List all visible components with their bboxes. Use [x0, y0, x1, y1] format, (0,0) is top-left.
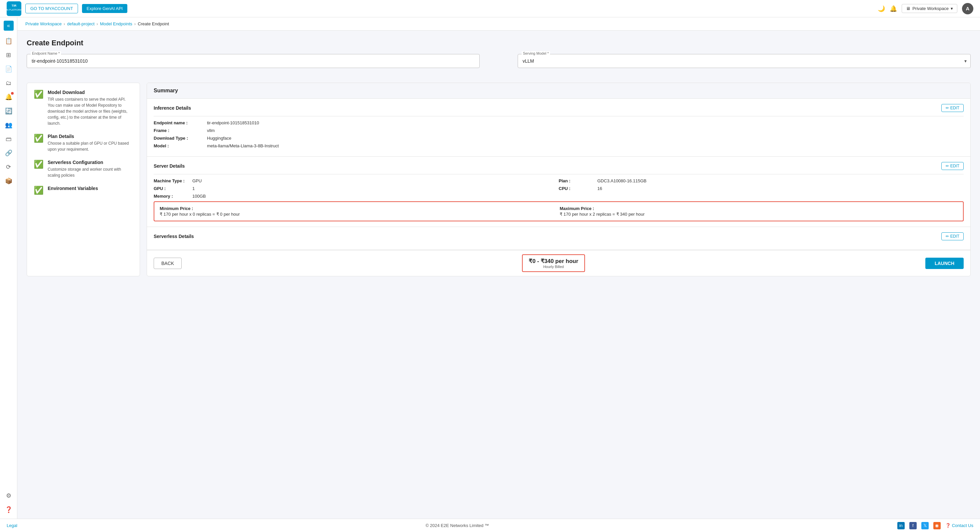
- sidebar-item-files[interactable]: 📄: [2, 63, 15, 75]
- inference-row-4: Model : meta-llama/Meta-Llama-3-8B-Instr…: [154, 143, 964, 148]
- step-check-icon-1: ✅: [33, 90, 44, 99]
- workspace-label: Private Workspace: [912, 6, 949, 11]
- gpu-label: GPU :: [154, 186, 190, 191]
- step-title-4: Environment Variables: [48, 186, 98, 191]
- memory-label: Memory :: [154, 194, 190, 199]
- workspace-selector[interactable]: 🖥 Private Workspace ▾: [902, 4, 957, 13]
- sidebar-item-alerts[interactable]: 🔔: [2, 91, 15, 104]
- sidebar-item-help[interactable]: ❓: [2, 503, 15, 516]
- breadcrumb-project[interactable]: default-project: [67, 21, 94, 26]
- sidebar-item-settings[interactable]: ⚙: [2, 489, 15, 502]
- step-content-2: Plan Details Choose a suitable plan of G…: [48, 134, 133, 152]
- sidebar-item-packages[interactable]: 📦: [2, 175, 15, 187]
- sidebar-item-team[interactable]: 👥: [2, 119, 15, 131]
- server-divider: [154, 174, 964, 174]
- step-check-icon-2: ✅: [33, 134, 44, 143]
- max-price-value: ₹ 170 per hour x 2 replicas = ₹ 340 per …: [560, 212, 958, 217]
- team-icon: 👥: [5, 121, 12, 129]
- step-desc-2: Choose a suitable plan of GPU or CPU bas…: [48, 140, 133, 152]
- nav-left: TIR AI PLATFORM GO TO MYACCOUNT Explore …: [7, 2, 127, 16]
- sidebar-item-docs[interactable]: 📋: [2, 35, 15, 47]
- inference-value-3: Huggingface: [207, 136, 231, 141]
- serverless-details-section: Serverless Details ✏ EDIT: [147, 227, 970, 250]
- alerts-icon: 🔔: [5, 93, 12, 101]
- cpu-value: 16: [597, 186, 602, 191]
- server-cell-gpu: GPU : 1: [154, 186, 558, 191]
- sidebar-bottom: ⚙ ❓: [2, 489, 15, 519]
- page-title: Create Endpoint: [27, 39, 970, 47]
- endpoint-name-group: Endpoint Name *: [27, 54, 480, 68]
- inference-value-1: tir-endpoint-101518531010: [207, 120, 259, 125]
- step-plan-details: ✅ Plan Details Choose a suitable plan of…: [33, 134, 133, 152]
- price-range: ₹0 - ₹340 per hour: [529, 258, 578, 264]
- plan-value: GDC3.A10080-16.115GB: [597, 178, 646, 183]
- step-title-1: Model Download: [48, 90, 133, 95]
- files-icon: 📄: [5, 65, 12, 73]
- endpoint-name-input[interactable]: [27, 54, 480, 68]
- server-header-row: Server Details ✏ EDIT: [154, 162, 964, 170]
- sidebar-item-projects[interactable]: 🗂: [2, 76, 15, 89]
- summary-header: Summary: [147, 83, 970, 99]
- step-desc-1: TIR uses containers to serve the model A…: [48, 96, 133, 126]
- machine-type-label: Machine Type :: [154, 178, 190, 183]
- summary-title: Summary: [154, 88, 178, 93]
- machine-type-value: GPU: [192, 178, 202, 183]
- svg-text:TIR: TIR: [12, 4, 17, 7]
- dashboard-icon: ⊞: [6, 51, 11, 59]
- edit-pencil-icon-1: ✏: [946, 106, 949, 110]
- plan-label: Plan :: [558, 178, 595, 183]
- launch-button[interactable]: LAUNCH: [925, 258, 964, 269]
- integrations-icon: 🔗: [5, 149, 12, 157]
- help-icon: ❓: [5, 506, 12, 513]
- breadcrumb-workspace[interactable]: Private Workspace: [25, 21, 62, 26]
- storage-icon: 🗃: [6, 136, 12, 143]
- step-desc-3: Customize storage and worker count with …: [48, 166, 133, 178]
- breadcrumb-current: Create Endpoint: [138, 21, 169, 26]
- sidebar-item-refresh[interactable]: ⟳: [2, 161, 15, 173]
- serving-model-select[interactable]: vLLM: [518, 54, 970, 68]
- min-price-label: Minimum Price :: [160, 206, 558, 211]
- logo: TIR AI PLATFORM: [7, 2, 21, 16]
- dark-mode-button[interactable]: 🌙: [878, 5, 885, 12]
- sidebar-toggle[interactable]: «: [4, 21, 14, 31]
- back-button[interactable]: BACK: [154, 258, 182, 269]
- sidebar-item-integrations[interactable]: 🔗: [2, 147, 15, 159]
- server-section-title: Server Details: [154, 163, 185, 169]
- inference-label-1: Endpoint name :: [154, 120, 207, 125]
- serving-model-group: Serving Model * vLLM ▾: [518, 54, 970, 68]
- step-check-icon-4: ✅: [33, 186, 44, 195]
- step-content-1: Model Download TIR uses containers to se…: [48, 90, 133, 126]
- tir-logo-icon: TIR AI PLATFORM: [7, 2, 21, 16]
- inference-row-1: Endpoint name : tir-endpoint-10151853101…: [154, 120, 964, 125]
- sidebar-item-storage[interactable]: 🗃: [2, 133, 15, 145]
- step-model-download: ✅ Model Download TIR uses containers to …: [33, 90, 133, 126]
- go-to-myaccount-button[interactable]: GO TO MYACCOUNT: [25, 4, 78, 13]
- inference-value-4: meta-llama/Meta-Llama-3-8B-Instruct: [207, 143, 278, 148]
- step-check-icon-3: ✅: [33, 160, 44, 169]
- inference-label-3: Download Type :: [154, 136, 207, 141]
- inference-edit-button[interactable]: ✏ EDIT: [941, 104, 964, 112]
- notifications-button[interactable]: 🔔: [890, 5, 897, 12]
- explore-genai-button[interactable]: Explore GenAI API: [82, 4, 127, 13]
- step-title-2: Plan Details: [48, 134, 133, 139]
- sidebar-item-dashboard[interactable]: ⊞: [2, 49, 15, 61]
- step-env-variables: ✅ Environment Variables: [33, 186, 133, 195]
- serverless-edit-button[interactable]: ✏ EDIT: [941, 233, 964, 241]
- docs-icon: 📋: [5, 37, 12, 45]
- sidebar-item-model-endpoints[interactable]: 🔄: [2, 105, 15, 117]
- main-content: Private Workspace › default-project › Mo…: [18, 18, 980, 519]
- inference-details-section: Inference Details ✏ EDIT Endpoint name :…: [147, 99, 970, 157]
- inference-section-title: Inference Details: [154, 105, 191, 111]
- packages-icon: 📦: [5, 177, 12, 185]
- alerts-badge: [11, 92, 14, 95]
- min-price-value: ₹ 170 per hour x 0 replicas = ₹ 0 per ho…: [160, 212, 558, 217]
- avatar-button[interactable]: A: [962, 3, 973, 14]
- breadcrumb-model-endpoints[interactable]: Model Endpoints: [100, 21, 132, 26]
- server-grid: Machine Type : GPU Plan : GDC3.A10080-16…: [154, 178, 964, 199]
- inference-row-2: Frame : vllm: [154, 128, 964, 133]
- step-content-4: Environment Variables: [48, 186, 98, 192]
- breadcrumb-sep-3: ›: [134, 21, 136, 26]
- inference-divider: [154, 116, 964, 116]
- server-edit-button[interactable]: ✏ EDIT: [941, 162, 964, 170]
- serverless-section-title: Serverless Details: [154, 234, 194, 239]
